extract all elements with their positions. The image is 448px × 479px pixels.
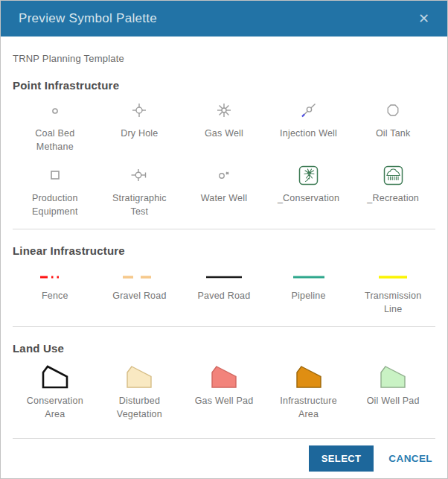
section-title: Linear Infrastructure <box>13 244 435 257</box>
palette-item-conservation-area: Conservation Area <box>13 362 97 421</box>
palette-item-oil-tank: Oil Tank <box>351 96 435 153</box>
dialog-title: Preview Symbol Palette <box>19 11 415 26</box>
section-land-use: Land Use Conservation Area Disturbed Veg… <box>13 342 435 421</box>
palette-item-gravel-road: Gravel Road <box>97 267 182 316</box>
palette-item-dry-hole: Dry Hole <box>97 96 182 153</box>
palette-item-label: Infrastructure Area <box>272 395 345 421</box>
section-title: Point Infrastructure <box>13 79 435 92</box>
pipeline-line-icon <box>288 273 330 281</box>
section-divider <box>13 229 435 229</box>
palette-item-stratigraphic-test: Stratigraphic Test <box>97 161 182 218</box>
dialog-footer: SELECT CANCEL <box>13 438 435 478</box>
palette-item-disturbed-vegetation: Disturbed Vegetation <box>97 362 182 421</box>
polygon-symbols-row: Conservation Area Disturbed Vegetation G… <box>13 362 435 421</box>
point-symbols-row-2: Production Equipment Stratigraphic Test <box>13 161 435 218</box>
oil-well-pad-polygon-icon <box>378 364 408 390</box>
palette-item-pipeline: Pipeline <box>266 267 351 316</box>
palette-item-label: Gas Well Pad <box>188 395 260 408</box>
disturbed-vegetation-polygon-icon <box>124 364 154 390</box>
dialog-body: TRNP Planning Template Point Infrastruct… <box>1 37 447 428</box>
palette-item-oil-well-pad: Oil Well Pad <box>351 362 435 421</box>
palette-item-conservation-point: _Conservation <box>266 161 351 218</box>
palette-item-gas-well-pad: Gas Well Pad <box>182 362 266 421</box>
palette-item-fence: Fence <box>13 267 97 316</box>
palette-item-label: Oil Well Pad <box>356 395 429 408</box>
palette-item-gas-well: Gas Well <box>182 96 266 153</box>
line-symbols-row: Fence Gravel Road Paved Road <box>13 267 435 316</box>
conservation-flower-icon <box>298 165 319 185</box>
gas-well-pad-polygon-icon <box>209 364 239 390</box>
palette-item-label: Pipeline <box>272 290 345 303</box>
palette-item-label: Stratigraphic Test <box>103 192 176 218</box>
palette-item-label: Water Well <box>188 192 260 206</box>
section-linear-infrastructure: Linear Infrastructure Fence Gravel Road <box>13 244 435 316</box>
palette-item-label: _Recreation <box>356 192 429 206</box>
palette-item-label: Paved Road <box>188 290 260 303</box>
palette-item-paved-road: Paved Road <box>182 267 266 316</box>
palette-item-injection-well: Injection Well <box>266 96 351 153</box>
section-point-infrastructure: Point Infrastructure Coal Bed Methane <box>13 79 435 218</box>
transmission-line-icon <box>372 273 414 281</box>
conservation-area-polygon-icon <box>40 364 70 390</box>
dry-hole-icon <box>130 101 148 119</box>
recreation-shelter-icon <box>383 165 403 185</box>
palette-item-label: Production Equipment <box>19 192 92 218</box>
cancel-button[interactable]: CANCEL <box>388 453 432 464</box>
palette-item-label: Fence <box>19 290 92 303</box>
gas-well-icon <box>215 101 233 119</box>
palette-item-label: Injection Well <box>272 127 345 141</box>
infrastructure-area-polygon-icon <box>294 364 324 390</box>
select-button[interactable]: SELECT <box>309 445 374 472</box>
palette-item-label: Conservation Area <box>19 395 92 421</box>
preview-symbol-palette-dialog: Preview Symbol Palette ✕ TRNP Planning T… <box>0 0 448 479</box>
palette-item-recreation-point: _Recreation <box>351 161 435 218</box>
palette-item-coal-bed-methane: Coal Bed Methane <box>13 96 97 153</box>
close-icon[interactable]: ✕ <box>415 9 432 28</box>
point-symbols-row-1: Coal Bed Methane Dry Hole <box>13 96 435 153</box>
palette-item-label: Gas Well <box>188 127 260 141</box>
palette-item-production-equipment: Production Equipment <box>13 161 97 218</box>
palette-item-label: Gravel Road <box>103 290 176 303</box>
oil-tank-icon <box>384 101 402 119</box>
gravel-road-line-icon <box>118 273 160 281</box>
paved-road-line-icon <box>203 273 245 281</box>
palette-item-label: Dry Hole <box>103 127 176 141</box>
palette-item-label: Coal Bed Methane <box>19 127 92 153</box>
section-divider <box>13 326 435 327</box>
dialog-header: Preview Symbol Palette ✕ <box>1 1 447 37</box>
production-equipment-icon <box>46 166 64 184</box>
fence-line-icon <box>34 273 76 281</box>
palette-item-label: _Conservation <box>272 192 345 206</box>
stratigraphic-test-icon <box>129 166 149 184</box>
palette-item-label: Disturbed Vegetation <box>103 395 176 421</box>
palette-item-label: Oil Tank <box>356 127 429 141</box>
palette-item-transmission-line: Transmission Line <box>351 267 435 316</box>
water-well-icon <box>214 166 234 184</box>
coal-bed-methane-icon <box>46 101 64 119</box>
palette-item-water-well: Water Well <box>182 161 266 218</box>
section-title: Land Use <box>13 342 435 355</box>
injection-well-icon <box>299 101 319 119</box>
template-name: TRNP Planning Template <box>13 53 435 64</box>
palette-item-label: Transmission Line <box>356 290 429 316</box>
palette-item-infrastructure-area: Infrastructure Area <box>266 362 351 421</box>
